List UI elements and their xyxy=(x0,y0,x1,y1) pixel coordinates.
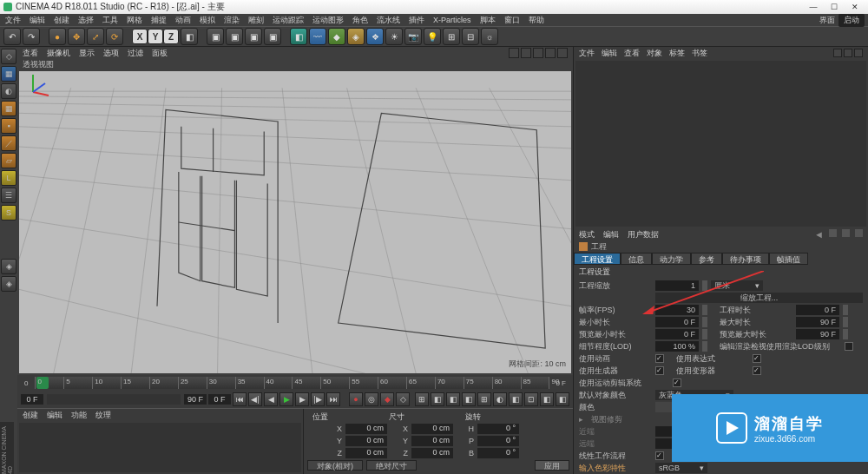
prev-max-spinner[interactable] xyxy=(843,329,848,339)
menu-snap[interactable]: 捕捉 xyxy=(151,15,167,26)
tab-reference[interactable]: 参考 xyxy=(691,253,722,265)
tab-info[interactable]: 信息 xyxy=(621,253,652,265)
scale-unit-dropdown[interactable]: 厘米▾ xyxy=(711,280,763,291)
axis-mode-button[interactable]: L xyxy=(1,170,16,186)
mat-tab-func[interactable]: 功能 xyxy=(71,410,87,421)
close-button[interactable]: ✕ xyxy=(845,2,865,12)
coord-system-button[interactable]: ◧ xyxy=(181,28,198,45)
abs-size-dropdown[interactable]: 绝对尺寸 xyxy=(366,460,417,471)
pb-extra-10[interactable]: ◧ xyxy=(556,392,569,406)
view-menu-view[interactable]: 查看 xyxy=(23,48,38,59)
tag-button[interactable]: ⊞ xyxy=(443,28,460,45)
menu-simulate[interactable]: 模拟 xyxy=(200,15,215,26)
attr-menu-edit[interactable]: 编辑 xyxy=(603,229,619,240)
menu-file[interactable]: 文件 xyxy=(5,15,21,26)
tab-dynamics[interactable]: 动力学 xyxy=(652,253,691,265)
keyframe-button[interactable]: ◆ xyxy=(380,392,394,406)
menu-edit[interactable]: 编辑 xyxy=(30,15,45,26)
picture-viewer-button[interactable]: ▣ xyxy=(264,28,281,45)
camera-button[interactable]: 📷 xyxy=(404,28,422,45)
edge-mode-button[interactable]: ／ xyxy=(1,135,16,151)
om-icon-3[interactable] xyxy=(854,49,863,57)
use-gen-check[interactable] xyxy=(655,366,664,375)
menu-render[interactable]: 渲染 xyxy=(224,15,240,26)
attr-icon-3[interactable] xyxy=(855,229,863,237)
lod-field[interactable]: 100 % xyxy=(655,341,699,352)
pb-extra-6[interactable]: ◐ xyxy=(493,392,507,406)
menu-mograph[interactable]: 运动图形 xyxy=(312,15,344,26)
size-y-field[interactable]: 0 cm xyxy=(411,436,453,446)
viewport-layout-4-button[interactable] xyxy=(545,48,556,58)
material-list[interactable] xyxy=(19,423,301,472)
prev-min-spinner[interactable] xyxy=(702,329,707,339)
primitive-button[interactable]: ◧ xyxy=(290,28,307,45)
attr-icon-2[interactable] xyxy=(842,229,850,237)
current-frame-field[interactable]: 0 F xyxy=(208,394,231,405)
maximize-button[interactable]: ☐ xyxy=(825,2,844,12)
prev-min-field[interactable]: 0 F xyxy=(655,329,699,339)
menu-create[interactable]: 创建 xyxy=(54,15,69,26)
pb-extra-1[interactable]: ⊞ xyxy=(415,392,429,406)
spline-button[interactable]: 〰 xyxy=(309,28,326,45)
viewport-solo2-button[interactable]: ◈ xyxy=(1,276,16,292)
range-start-field[interactable]: 0 F xyxy=(21,394,43,405)
pb-extra-7[interactable]: ◧ xyxy=(509,392,523,406)
om-icon-2[interactable] xyxy=(844,49,852,57)
viewport-layout-2-button[interactable] xyxy=(521,48,531,58)
menu-help[interactable]: 帮助 xyxy=(529,15,544,26)
lod-spinner[interactable] xyxy=(702,341,707,352)
fps-spinner[interactable] xyxy=(702,305,707,315)
attr-nav-back-icon[interactable]: ◄ xyxy=(814,229,824,240)
menu-select[interactable]: 选择 xyxy=(78,15,94,26)
max-time-spinner[interactable] xyxy=(843,317,848,327)
size-mode-dropdown[interactable]: 对象(相对) xyxy=(307,460,363,471)
attr-icon-1[interactable] xyxy=(829,229,837,237)
scale-field[interactable]: 1 xyxy=(655,280,699,291)
om-icon-1[interactable] xyxy=(833,49,842,57)
render-settings-button[interactable]: ▣ xyxy=(245,28,262,45)
scale-button[interactable]: ⤢ xyxy=(87,28,104,45)
axis-z-button[interactable]: Z xyxy=(163,29,179,44)
menu-character[interactable]: 角色 xyxy=(352,15,368,26)
undo-button[interactable]: ↶ xyxy=(3,28,21,45)
tab-project-settings[interactable]: 工程设置 xyxy=(574,253,621,265)
menu-plugins[interactable]: 插件 xyxy=(409,15,424,26)
coord-z-field[interactable]: 0 cm xyxy=(345,448,387,458)
poly-mode-button[interactable]: ▱ xyxy=(1,153,16,168)
attr-menu-mode[interactable]: 模式 xyxy=(579,229,595,240)
om-menu-object[interactable]: 对象 xyxy=(647,48,662,59)
range-end-field[interactable]: 90 F xyxy=(184,394,207,405)
redo-button[interactable]: ↷ xyxy=(23,28,40,45)
menu-motiontracker[interactable]: 运动跟踪 xyxy=(273,15,304,26)
use-expr-check[interactable] xyxy=(753,354,761,363)
menu-mesh[interactable]: 网格 xyxy=(127,15,142,26)
rot-p-field[interactable]: 0 ° xyxy=(477,436,519,446)
min-time-field[interactable]: 0 F xyxy=(655,317,699,327)
next-frame-button[interactable]: ▶ xyxy=(295,392,309,406)
proj-time-spinner[interactable] xyxy=(843,305,848,315)
menu-sculpt[interactable]: 雕刻 xyxy=(248,15,264,26)
environment-button[interactable]: ☀ xyxy=(385,28,403,45)
rot-b-field[interactable]: 0 ° xyxy=(477,448,519,458)
om-menu-view[interactable]: 查看 xyxy=(624,48,640,59)
timeline-ruler[interactable]: 051015202530354045505560657075808590 xyxy=(35,377,549,389)
prev-frame-button[interactable]: ◀ xyxy=(264,392,278,406)
range-slider[interactable] xyxy=(47,394,181,405)
mat-tab-edit[interactable]: 编辑 xyxy=(47,410,62,421)
viewport-layout-5-button[interactable] xyxy=(557,48,568,58)
use-deform-check[interactable] xyxy=(753,366,761,375)
lod-render-check[interactable] xyxy=(845,342,853,351)
view-menu-panel[interactable]: 面板 xyxy=(152,48,168,59)
attr-menu-userdata[interactable]: 用户数据 xyxy=(628,229,659,240)
move-button[interactable]: ✥ xyxy=(68,28,85,45)
om-menu-edit[interactable]: 编辑 xyxy=(602,48,617,59)
to-end-button[interactable]: ⏭ xyxy=(326,392,340,406)
prev-key-button[interactable]: ◀| xyxy=(248,392,262,406)
axis-y-button[interactable]: Y xyxy=(148,29,163,44)
scale-project-button[interactable]: 缩放工程... xyxy=(655,293,863,303)
om-menu-bookmarks[interactable]: 书签 xyxy=(692,48,707,59)
coord-tab-rotation[interactable]: 旋转 xyxy=(465,411,481,423)
coord-x-field[interactable]: 0 cm xyxy=(345,424,387,434)
size-x-field[interactable]: 0 cm xyxy=(411,424,453,434)
view-menu-display[interactable]: 显示 xyxy=(79,48,95,59)
